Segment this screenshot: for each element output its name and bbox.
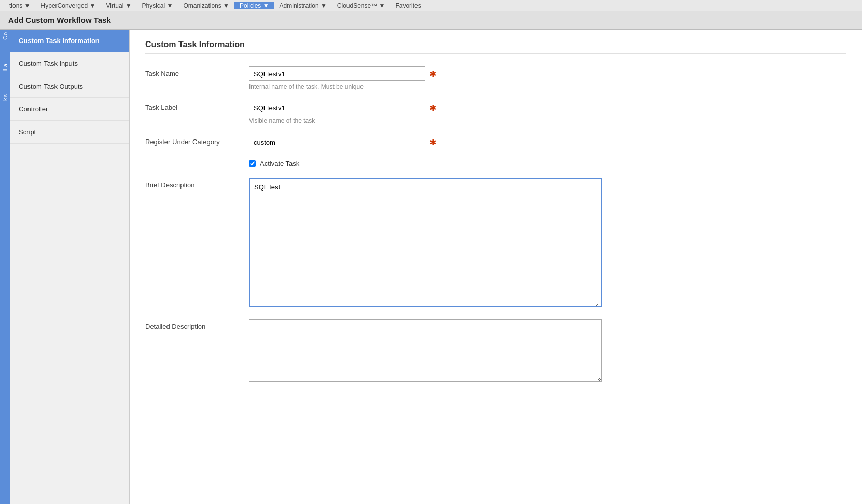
- brief-description-input[interactable]: SQL test: [249, 178, 602, 307]
- nav-item-0[interactable]: tions ▼: [4, 2, 36, 9]
- task-label-required: ✱: [429, 103, 436, 113]
- content-title: Custom Task Information: [145, 40, 846, 54]
- top-navigation: tions ▼ HyperConverged ▼ Virtual ▼ Physi…: [0, 0, 862, 11]
- detailed-description-field-wrap: [249, 319, 612, 383]
- task-label-label: Task Label: [145, 101, 249, 111]
- sidebar-item-script[interactable]: Script: [10, 121, 129, 144]
- sidebar-item-custom-task-inputs[interactable]: Custom Task Inputs: [10, 52, 129, 75]
- detailed-description-input[interactable]: [249, 319, 602, 382]
- nav-item-7[interactable]: Favorites: [390, 2, 426, 9]
- brief-description-label: Brief Description: [145, 178, 249, 189]
- detailed-description-label: Detailed Description: [145, 319, 249, 330]
- register-category-field-wrap: ✱: [249, 135, 612, 149]
- task-label-row: Task Label ✱ Visible name of the task: [145, 101, 846, 124]
- left-strip: Co La ks: [0, 30, 10, 504]
- task-label-field-wrap: ✱ Visible name of the task: [249, 101, 612, 124]
- dialog-body: Co La ks Custom Task Information Custom …: [0, 30, 862, 504]
- task-name-input[interactable]: [249, 66, 425, 81]
- dialog-header: Add Custom Workflow Task: [0, 11, 862, 30]
- task-name-hint: Internal name of the task. Must be uniqu…: [249, 83, 612, 90]
- nav-item-policies[interactable]: Policies ▼: [234, 2, 274, 9]
- activate-task-checkbox[interactable]: [249, 160, 256, 167]
- nav-item-3[interactable]: Physical ▼: [137, 2, 178, 9]
- sidebar-item-custom-task-outputs[interactable]: Custom Task Outputs: [10, 75, 129, 98]
- activate-task-label[interactable]: Activate Task: [260, 160, 299, 167]
- task-name-field-wrap: ✱ Internal name of the task. Must be uni…: [249, 66, 612, 90]
- register-category-required: ✱: [429, 137, 436, 147]
- brief-description-field-wrap: SQL test: [249, 178, 612, 309]
- strip-label-2: ks: [2, 94, 8, 101]
- nav-item-2[interactable]: Virtual ▼: [101, 2, 137, 9]
- register-category-label: Register Under Category: [145, 135, 249, 146]
- strip-label-1: La: [2, 63, 8, 71]
- nav-item-6[interactable]: CloudSense™ ▼: [332, 2, 391, 9]
- task-name-required: ✱: [429, 69, 436, 79]
- task-label-hint: Visible name of the task: [249, 117, 612, 124]
- nav-item-4[interactable]: Omanizations ▼: [178, 2, 234, 9]
- nav-item-1[interactable]: HyperConverged ▼: [36, 2, 101, 9]
- main-container: Add Custom Workflow Task Co La ks Custom…: [0, 11, 862, 504]
- dialog-title: Add Custom Workflow Task: [8, 16, 111, 24]
- task-name-row: Task Name ✱ Internal name of the task. M…: [145, 66, 846, 90]
- strip-label-0: Co: [2, 32, 8, 40]
- task-name-label: Task Name: [145, 66, 249, 77]
- nav-item-5[interactable]: Administration ▼: [274, 2, 332, 9]
- register-category-row: Register Under Category ✱: [145, 135, 846, 149]
- sidebar: Custom Task Information Custom Task Inpu…: [10, 30, 130, 504]
- sidebar-item-custom-task-information[interactable]: Custom Task Information: [10, 30, 129, 52]
- register-category-input[interactable]: [249, 135, 425, 149]
- content-area: Custom Task Information Task Name ✱ Inte…: [130, 30, 862, 504]
- brief-description-row: Brief Description SQL test: [145, 178, 846, 309]
- activate-task-row: Activate Task: [249, 160, 846, 167]
- detailed-description-row: Detailed Description: [145, 319, 846, 383]
- task-label-input[interactable]: [249, 101, 425, 115]
- sidebar-item-controller[interactable]: Controller: [10, 98, 129, 121]
